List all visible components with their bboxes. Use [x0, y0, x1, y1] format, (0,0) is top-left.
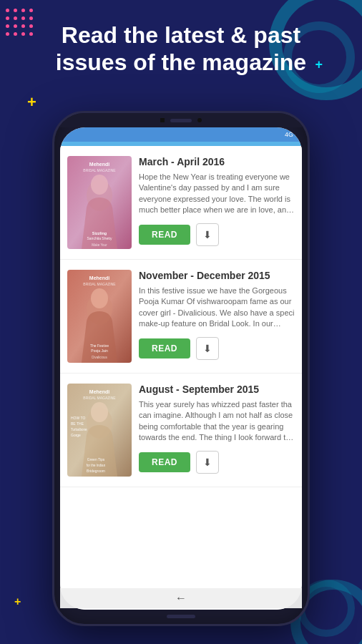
- read-button-3[interactable]: READ: [139, 452, 190, 472]
- magazine-issue-3: August - September 2015: [139, 384, 295, 395]
- magazine-issue-2: November - December 2015: [139, 270, 295, 281]
- magazine-actions-2: READ ⬇: [139, 337, 295, 360]
- svg-text:BE THE: BE THE: [71, 421, 84, 426]
- phone-outer: 4G: [52, 111, 310, 626]
- magazine-item-1: Mehendi BRIDAL MAGAZINE Sizzling Sanchit…: [60, 146, 302, 260]
- magazine-actions-3: READ ⬇: [139, 451, 295, 474]
- back-arrow-icon[interactable]: ←: [175, 592, 187, 605]
- plus-yellow-bottom-icon: +: [14, 595, 21, 608]
- magazine-desc-3: This year surely has whizzed past faster…: [139, 399, 295, 444]
- download-button-2[interactable]: ⬇: [196, 337, 219, 360]
- svg-text:BRIDAL MAGAZINE: BRIDAL MAGAZINE: [83, 282, 116, 286]
- magazine-desc-2: In this festive issue we have the Gorgeo…: [139, 286, 295, 330]
- magazine-desc-1: Hope the New Year is treating everyone w…: [139, 172, 295, 216]
- read-button-1[interactable]: READ: [139, 225, 190, 245]
- magazine-issue-1: March - April 2016: [139, 156, 295, 167]
- svg-text:Gorge: Gorge: [71, 433, 81, 437]
- header-line2-rest: of the magazine: [127, 49, 306, 75]
- magazine-actions-1: READ ⬇: [139, 223, 295, 246]
- header-line1-text: Read the: [62, 22, 165, 48]
- read-button-2[interactable]: READ: [139, 338, 190, 358]
- svg-text:Turbalbone: Turbalbone: [71, 428, 87, 431]
- camera-left: [160, 118, 165, 122]
- magazine-cover-2: Mehendi BRIDAL MAGAZINE The Festive Pooj…: [67, 270, 132, 363]
- svg-text:for the Indian: for the Indian: [87, 464, 106, 467]
- svg-text:Mehendi: Mehendi: [89, 389, 109, 394]
- header-line1-bold: latest & past: [165, 22, 300, 48]
- svg-point-20: [91, 402, 108, 422]
- magazine-cover-1: Mehendi BRIDAL MAGAZINE Sizzling Sanchit…: [67, 156, 132, 249]
- svg-text:Bridegroom: Bridegroom: [87, 469, 105, 473]
- phone-home-indicator: [167, 615, 195, 618]
- svg-text:HOW TO: HOW TO: [71, 416, 85, 420]
- magazine-info-3: August - September 2015 This year surely…: [139, 384, 295, 474]
- svg-text:Sanchita Shetty: Sanchita Shetty: [87, 236, 112, 240]
- svg-text:BRIDAL MAGAZINE: BRIDAL MAGAZINE: [83, 396, 116, 400]
- status-bar: 4G: [60, 127, 302, 142]
- phone-mockup: 4G: [52, 111, 310, 626]
- svg-text:BRIDAL MAGAZINE: BRIDAL MAGAZINE: [83, 168, 116, 172]
- magazine-item-2: Mehendi BRIDAL MAGAZINE The Festive Pooj…: [60, 260, 302, 374]
- svg-text:Green Tips: Green Tips: [87, 457, 105, 462]
- download-button-1[interactable]: ⬇: [196, 223, 219, 246]
- svg-text:The Festive: The Festive: [90, 343, 109, 348]
- svg-text:Sizzling: Sizzling: [92, 231, 107, 235]
- svg-point-12: [91, 288, 108, 308]
- magazine-info-1: March - April 2016 Hope the New Year is …: [139, 156, 295, 246]
- network-indicator: 4G: [285, 131, 293, 138]
- svg-text:Mehendi: Mehendi: [89, 275, 109, 280]
- header-line2-bold: issues: [56, 49, 127, 75]
- magazine-info-2: November - December 2015 In this festive…: [139, 270, 295, 360]
- magazine-cover-3: Mehendi BRIDAL MAGAZINE HOW TO BE THE Tu…: [67, 384, 132, 477]
- download-button-3[interactable]: ⬇: [196, 451, 219, 474]
- svg-text:Mehendi: Mehendi: [89, 162, 109, 167]
- speaker: [170, 119, 192, 122]
- phone-bottom-nav: ←: [60, 588, 302, 608]
- header: Read the latest & past issues of the mag…: [0, 14, 362, 84]
- svg-point-4: [91, 175, 108, 195]
- svg-text:Make Your: Make Your: [92, 243, 107, 247]
- svg-text:Pooja Jain: Pooja Jain: [91, 348, 108, 353]
- svg-text:Divalicious: Divalicious: [92, 356, 107, 359]
- phone-screen: 4G: [60, 127, 302, 610]
- magazine-list[interactable]: Mehendi BRIDAL MAGAZINE Sizzling Sanchit…: [60, 146, 302, 610]
- magazine-item-3: Mehendi BRIDAL MAGAZINE HOW TO BE THE Tu…: [60, 374, 302, 487]
- plus-yellow-icon: +: [27, 93, 36, 112]
- camera-right: [197, 118, 202, 122]
